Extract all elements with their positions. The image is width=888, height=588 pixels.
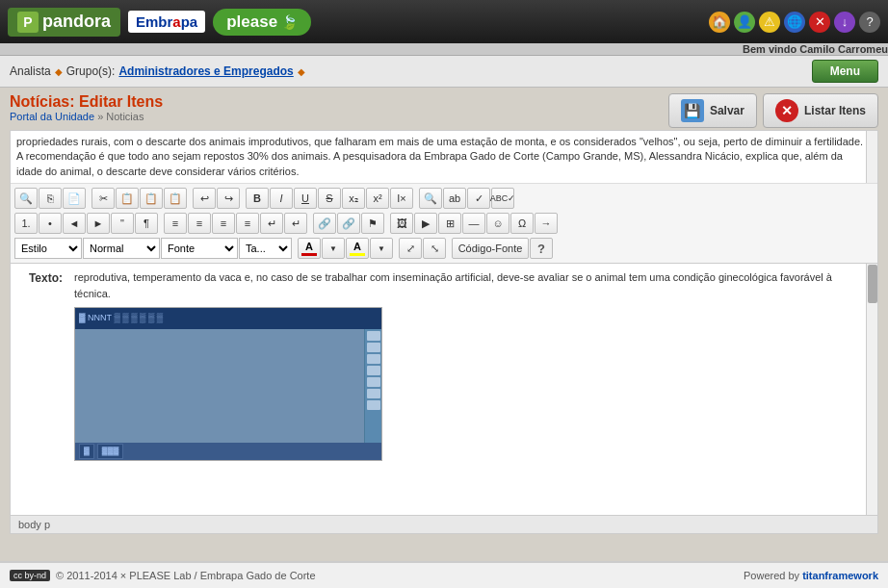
menu-button[interactable]: Menu [812, 60, 878, 83]
find-btn2[interactable]: 🔍 [419, 188, 442, 209]
dir-btn[interactable]: → [535, 213, 558, 234]
ltr-btn[interactable]: ↵ [260, 213, 283, 234]
title-suffix: Editar Itens [79, 93, 163, 110]
bg-color-btn[interactable]: A [346, 238, 369, 259]
link-btn[interactable]: 🔗 [313, 213, 336, 234]
breadcrumb: Portal da Unidade » Noticias [10, 111, 163, 122]
table-btn[interactable]: ⊞ [438, 213, 461, 234]
style-select[interactable]: Estilo [14, 238, 82, 259]
help-icon[interactable]: ? [859, 12, 880, 33]
align-justify-btn[interactable]: ≡ [236, 213, 259, 234]
font-select[interactable]: Fonte [161, 238, 238, 259]
toolbar-row-2: 1. • ◄ ► " ¶ ≡ ≡ ≡ ≡ ↵ ↵ 🔗 🔗 ⚑ 🖼 ▶ ⊞ — ☺… [14, 211, 874, 236]
undo-btn[interactable]: ↩ [193, 188, 216, 209]
page-actions: 💾 Salvar ✕ Listar Itens [668, 93, 878, 128]
spellcheck-btn[interactable]: ✓ [467, 188, 490, 209]
italic-btn[interactable]: I [270, 188, 293, 209]
warning-icon[interactable]: ⚠ [759, 12, 780, 33]
bold-btn[interactable]: B [246, 188, 269, 209]
username: Camilo Carromeu [799, 43, 888, 55]
format-btn[interactable]: ¶ [135, 213, 158, 234]
ol-btn[interactable]: 1. [14, 213, 38, 234]
indent-btn[interactable]: ► [87, 213, 110, 234]
font-color-btn[interactable]: A [298, 238, 321, 259]
underline-btn[interactable]: U [294, 188, 317, 209]
sidebar-icon-2 [367, 343, 380, 352]
paste2-btn[interactable]: 📋 [140, 188, 163, 209]
media-btn[interactable]: ▶ [414, 213, 437, 234]
globe-icon[interactable]: 🌐 [784, 12, 805, 33]
ul-btn[interactable]: • [39, 213, 62, 234]
smiley-btn[interactable]: ☺ [486, 213, 509, 234]
save-button[interactable]: 💾 Salvar [668, 93, 757, 128]
hr-btn[interactable]: — [462, 213, 485, 234]
anchor-btn[interactable]: ⚑ [361, 213, 384, 234]
blockquote-btn[interactable]: " [111, 213, 134, 234]
breadcrumb-sep: » [97, 111, 103, 122]
size-select[interactable]: Ta... [239, 238, 292, 259]
resize-btn[interactable]: ⤡ [423, 238, 446, 259]
nav-left: Analista ◆ Grupo(s): Administradores e E… [10, 64, 305, 78]
editor-content[interactable]: reprodutiva, temperamento da vaca e, no … [68, 264, 866, 515]
header-logos: P pandora Embrapa please 🍃 [8, 8, 311, 37]
user-icon[interactable]: 👤 [734, 12, 755, 33]
nav-diamond-2: ◆ [298, 66, 305, 77]
clear-format-btn[interactable]: I× [390, 188, 413, 209]
screenshot-body [75, 329, 381, 443]
list-button[interactable]: ✕ Listar Itens [763, 93, 878, 128]
help-btn[interactable]: ? [530, 238, 553, 259]
align-right-btn[interactable]: ≡ [212, 213, 235, 234]
paste-btn[interactable]: 📋 [116, 188, 139, 209]
subscript-btn[interactable]: x₂ [342, 188, 365, 209]
preview-scrollbar[interactable] [866, 131, 877, 183]
image-btn[interactable]: 🖼 [390, 213, 413, 234]
superscript-btn[interactable]: x² [366, 188, 389, 209]
title-prefix: Notícias: [10, 93, 75, 110]
breadcrumb-home[interactable]: Portal da Unidade [10, 111, 94, 122]
align-left-btn[interactable]: ≡ [164, 213, 187, 234]
outdent-btn[interactable]: ◄ [63, 213, 86, 234]
status-bar: body p [11, 515, 877, 533]
footer-left: cc by-nd © 2011-2014 × PLEASE Lab / Embr… [10, 570, 316, 581]
copy-btn[interactable]: ⎘ [39, 188, 62, 209]
home-icon[interactable]: 🏠 [709, 12, 730, 33]
screenshot-taskbar: ▓ NNNT ▒ ▒ ▒ ▒ ▒ ▒ [75, 308, 381, 329]
header-icons: 🏠 👤 ⚠ 🌐 ✕ ↓ ? [709, 12, 880, 33]
cc-badge: cc by-nd [10, 570, 50, 581]
page-title-left: Notícias: Editar Itens Portal da Unidade… [10, 93, 163, 122]
screenshot-sidebar [364, 329, 381, 443]
copyright-text: © 2011-2014 × PLEASE Lab / Embrapa Gado … [56, 570, 316, 581]
unlink-btn[interactable]: 🔗 [337, 213, 360, 234]
search-btn[interactable]: 🔍 [14, 188, 38, 209]
paste3-btn[interactable]: 📋 [164, 188, 187, 209]
special-char-btn[interactable]: Ω [510, 213, 534, 234]
preview-text: propriedades rurais, com o descarte dos … [11, 131, 877, 183]
replace-btn[interactable]: ab [443, 188, 466, 209]
fullscreen-btn[interactable]: ⤢ [399, 238, 422, 259]
normal-select[interactable]: Normal [83, 238, 160, 259]
taskbar-item-2: ▓▓▓ [97, 444, 124, 459]
sidebar-icon-3 [367, 354, 380, 364]
taskbar-item-1: ▓ [79, 444, 94, 459]
abc-btn[interactable]: ABC✓ [491, 188, 514, 209]
framework-name: titanframework [802, 570, 878, 581]
groups-value[interactable]: Administradores e Empregados [118, 64, 293, 78]
editor-area: Texto: reprodutiva, temperamento da vaca… [11, 264, 877, 515]
toolbar-row-3: Estilo Normal Fonte Ta... A ▼ A ▼ [14, 236, 874, 261]
editor-scrollbar[interactable] [866, 264, 877, 515]
bg-color-dropdown[interactable]: ▼ [370, 238, 393, 259]
power-icon[interactable]: ✕ [809, 12, 830, 33]
strikethrough-btn[interactable]: S [318, 188, 341, 209]
redo-btn[interactable]: ↪ [217, 188, 240, 209]
cut-btn[interactable]: ✂ [91, 188, 115, 209]
sidebar-icon-4 [367, 366, 380, 375]
nav-role: Analista [10, 64, 51, 78]
font-color-dropdown[interactable]: ▼ [322, 238, 345, 259]
rtl-btn[interactable]: ↵ [284, 213, 307, 234]
download-icon[interactable]: ↓ [834, 12, 855, 33]
please-text: please [226, 13, 277, 32]
source-btn[interactable]: Código-Fonte [452, 238, 529, 259]
align-center-btn[interactable]: ≡ [188, 213, 211, 234]
doc-btn[interactable]: 📄 [63, 188, 86, 209]
page-title-bar: Notícias: Editar Itens Portal da Unidade… [0, 88, 888, 130]
